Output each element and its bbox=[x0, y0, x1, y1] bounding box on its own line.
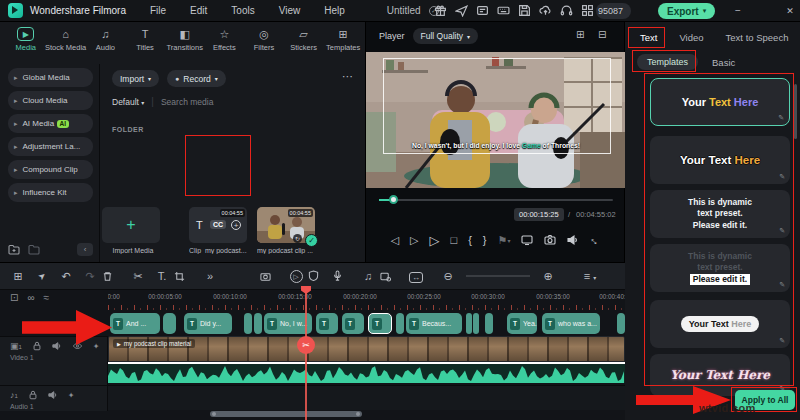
manage-tracks-icon[interactable]: ≡▾ bbox=[578, 270, 602, 282]
more-options-icon[interactable]: ⋯ bbox=[342, 70, 353, 83]
timeline-text-clip[interactable]: T Did y... bbox=[184, 313, 232, 334]
timeline-scrollbar[interactable] bbox=[210, 411, 362, 417]
zoom-out-icon[interactable]: ⊖ bbox=[436, 270, 460, 283]
add-to-timeline-icon[interactable]: + bbox=[231, 220, 241, 230]
mark-out-button[interactable]: } bbox=[483, 234, 487, 246]
timeline-text-clip[interactable]: T bbox=[466, 313, 472, 334]
mute-icon[interactable] bbox=[48, 390, 58, 400]
delete-icon[interactable] bbox=[102, 271, 126, 282]
volume-button[interactable] bbox=[567, 234, 579, 246]
library-item[interactable]: ▸ Compound Clip bbox=[8, 160, 93, 179]
audio-mixer-icon[interactable]: ♫ bbox=[356, 270, 380, 282]
media-tab[interactable]: ♫ Audio bbox=[86, 27, 126, 52]
library-item[interactable]: ▸ Cloud Media bbox=[8, 91, 93, 110]
timeline-text-clip[interactable]: T bbox=[244, 313, 252, 334]
fit-timeline-icon[interactable]: ↔ bbox=[404, 270, 428, 282]
media-tab[interactable]: ◎ Filters bbox=[244, 27, 284, 52]
share-icon[interactable] bbox=[451, 4, 471, 17]
folder-icon[interactable] bbox=[28, 244, 40, 255]
media-tab[interactable]: ☆ Effects bbox=[205, 27, 245, 52]
undo-icon[interactable]: ↶ bbox=[54, 270, 78, 283]
timeline-ruler[interactable]: 00:00 00:00:05:00 00:00:10:00 00:00:15:0… bbox=[108, 290, 625, 312]
timeline-text-clip[interactable]: T who was a... bbox=[542, 313, 600, 334]
import-media-card[interactable]: + bbox=[102, 207, 160, 243]
media-tab[interactable]: ▱ Stickers bbox=[284, 27, 324, 52]
split-at-playhead-button[interactable]: ✂ bbox=[297, 336, 315, 354]
apps-grid-icon[interactable] bbox=[577, 4, 597, 17]
play-button[interactable]: ▷ bbox=[430, 233, 440, 248]
voiceover-mic-icon[interactable] bbox=[332, 270, 356, 282]
subtitle-caption[interactable]: No, I wasn't, but I did enjoy. I love Ga… bbox=[366, 142, 626, 149]
timeline-text-clip[interactable]: T Yea... bbox=[507, 313, 537, 334]
library-item[interactable]: ▸ Adjustment La... bbox=[8, 137, 93, 156]
timeline-text-clip[interactable]: T bbox=[254, 313, 262, 334]
menu-item[interactable]: Help bbox=[324, 5, 345, 16]
video-preview[interactable]: No, I wasn't, but I did enjoy. I love Ga… bbox=[366, 52, 626, 188]
cloud-upload-icon[interactable] bbox=[535, 4, 555, 17]
duplicate-icon[interactable]: ⊡ bbox=[10, 292, 18, 303]
export-button[interactable]: Export▾ bbox=[658, 3, 715, 19]
snapshot-camera-button[interactable] bbox=[544, 234, 556, 246]
search-input[interactable] bbox=[161, 97, 251, 107]
next-frame-button[interactable]: ▷ bbox=[410, 234, 418, 247]
tab-text-to-speech[interactable]: Text to Speech bbox=[726, 32, 789, 43]
save-icon[interactable] bbox=[514, 4, 534, 17]
import-button[interactable]: Import▾ bbox=[112, 70, 159, 87]
gift-icon[interactable] bbox=[430, 4, 450, 17]
audio-waveform[interactable] bbox=[108, 362, 625, 383]
headset-icon[interactable] bbox=[556, 4, 576, 17]
timeline-text-clip[interactable]: T bbox=[396, 313, 404, 334]
text-clip-card[interactable]: T CC + 00:04:55 bbox=[189, 207, 247, 243]
more-tools-icon[interactable]: » bbox=[198, 270, 222, 282]
video-clip-filmstrip[interactable]: ▶ my podcast clip material bbox=[108, 336, 625, 362]
timeline-text-clip[interactable]: T bbox=[342, 313, 364, 334]
default-sort-dropdown[interactable]: Default ▾ bbox=[112, 97, 144, 107]
timeline-zoom-slider[interactable] bbox=[466, 275, 530, 277]
timeline-text-clip[interactable]: T And ... bbox=[110, 313, 160, 334]
menu-item[interactable]: View bbox=[279, 5, 301, 16]
redo-icon[interactable]: ↷ bbox=[78, 270, 102, 283]
stop-button[interactable]: □ bbox=[451, 234, 458, 246]
mute-icon[interactable] bbox=[52, 341, 62, 351]
video-clip-card[interactable]: 00:04:55 ↻ ✓ bbox=[257, 207, 315, 243]
keyboard-icon[interactable] bbox=[493, 4, 513, 17]
lock-icon[interactable] bbox=[28, 390, 38, 400]
timeline-text-clip[interactable]: T bbox=[368, 313, 392, 334]
media-tab[interactable]: T Titles bbox=[125, 27, 165, 52]
audio-track-lane[interactable] bbox=[108, 385, 625, 410]
mark-in-button[interactable]: { bbox=[468, 234, 472, 246]
crop-tool-icon[interactable] bbox=[174, 271, 198, 282]
minimize-button[interactable]: − bbox=[731, 5, 745, 16]
magic-wand-icon[interactable]: ✦ bbox=[68, 391, 75, 400]
account-coins[interactable]: 95087 bbox=[596, 3, 631, 19]
timeline-text-clip[interactable]: T bbox=[617, 313, 625, 334]
scopes-icon[interactable]: ⊟ bbox=[598, 29, 606, 40]
camera-tool-icon[interactable] bbox=[260, 271, 284, 282]
library-item[interactable]: ▸ AI Media AI bbox=[8, 114, 93, 133]
magic-wand-icon[interactable]: ✦ bbox=[93, 342, 100, 351]
auto-ripple-icon[interactable]: ≈ bbox=[44, 292, 50, 303]
media-tab[interactable]: ⊞ Templates bbox=[323, 27, 363, 52]
split-scissors-icon[interactable]: ✂ bbox=[126, 270, 150, 283]
render-preview-icon[interactable] bbox=[380, 271, 404, 282]
timeline-text-clip[interactable]: T Becaus... bbox=[406, 313, 462, 334]
timeline-text-clip[interactable]: T bbox=[316, 313, 338, 334]
layout-mode-icon[interactable]: ⊞ bbox=[6, 270, 30, 283]
quality-dropdown[interactable]: Full Quality▾ bbox=[413, 28, 479, 44]
seek-handle[interactable] bbox=[389, 195, 398, 204]
close-button[interactable]: ✕ bbox=[783, 6, 797, 16]
menu-item[interactable]: Edit bbox=[190, 5, 207, 16]
timeline-text-clip[interactable]: T bbox=[163, 313, 176, 334]
tab-video[interactable]: Video bbox=[679, 32, 703, 43]
library-item[interactable]: ▸ Influence Kit bbox=[8, 183, 93, 202]
lock-icon[interactable] bbox=[32, 341, 42, 351]
media-tab[interactable]: ⌂ Stock Media bbox=[46, 27, 86, 52]
shield-mask-icon[interactable] bbox=[308, 270, 332, 282]
library-item[interactable]: ▸ Global Media bbox=[8, 68, 93, 87]
timeline-text-clip[interactable]: T bbox=[485, 313, 493, 334]
marker-button[interactable]: ⚑▾ bbox=[498, 234, 511, 247]
receipt-icon[interactable] bbox=[472, 4, 492, 17]
media-tab[interactable]: ▶ Media bbox=[6, 27, 46, 52]
display-device-button[interactable] bbox=[521, 234, 533, 246]
zoom-in-icon[interactable]: ⊕ bbox=[536, 270, 560, 283]
